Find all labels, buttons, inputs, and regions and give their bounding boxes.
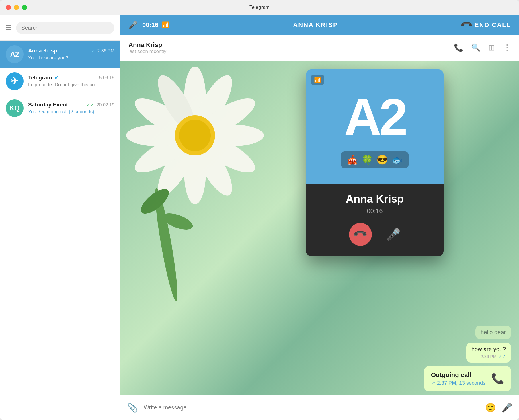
contact-status: last seen recently	[128, 49, 454, 55]
titlebar: Telegram	[0, 0, 519, 15]
call-contact-name: ANNA KRISP	[293, 21, 338, 29]
end-call-label: END CALL	[475, 21, 511, 29]
app-body: ☰ A2 Anna Krisp ✓ 2:36 PM	[0, 15, 519, 420]
end-call-phone-icon: 📞	[460, 18, 473, 32]
chat-info: Anna Krisp ✓ 2:36 PM You: how are you?	[28, 48, 114, 61]
chat-name: Anna Krisp	[28, 48, 57, 54]
chat-preview: You: Outgoing call (2 seconds)	[28, 109, 114, 115]
mic-icon: 🎤	[128, 21, 138, 30]
call-actions: 📞 🎤	[314, 223, 436, 246]
emoji-3: 😎	[376, 154, 388, 165]
app-title: Telegram	[249, 5, 270, 10]
close-button[interactable]	[6, 5, 11, 10]
chat-item-anna-krisp[interactable]: A2 Anna Krisp ✓ 2:36 PM You: how are you…	[0, 41, 120, 68]
end-call-button[interactable]: 📞 END CALL	[462, 20, 511, 30]
call-overlay-top: 📶 A2 🎪 🍀 😎 🐟	[306, 69, 444, 184]
emoji-4: 🐟	[391, 154, 403, 165]
contact-info: Anna Krisp last seen recently	[128, 41, 454, 55]
chat-name-row: Telegram ✔ 5.03.19	[28, 75, 114, 81]
chat-item-telegram[interactable]: ✈ Telegram ✔ 5.03.19 Login code: Do not …	[0, 68, 120, 95]
message-input-bar: 📎 🙂 🎤	[120, 395, 519, 420]
phone-icon[interactable]: 📞	[454, 43, 463, 52]
avatar: A2	[6, 45, 24, 63]
mute-button[interactable]: 🎤	[386, 228, 401, 241]
chat-info: Saturday Event ✓✓ 20.02.19 You: Outgoing…	[28, 102, 114, 115]
message-input[interactable]	[144, 404, 479, 411]
maximize-button[interactable]	[22, 5, 27, 10]
svg-point-14	[179, 120, 211, 151]
call-phone-icon: 📞	[491, 373, 504, 385]
chat-name-row: Anna Krisp ✓ 2:36 PM	[28, 48, 114, 54]
chat-header: Anna Krisp last seen recently 📞 🔍 ⊞ ⋮	[120, 35, 519, 61]
call-overlay-duration: 00:16	[367, 207, 383, 215]
call-detail: ↗ 2:37 PM, 13 seconds	[431, 380, 485, 386]
header-actions: 📞 🔍 ⊞ ⋮	[454, 43, 511, 52]
call-overlay-card: 📶 A2 🎪 🍀 😎 🐟 Anna Krisp 00:16	[306, 69, 444, 256]
chat-info: Telegram ✔ 5.03.19 Login code: Do not gi…	[28, 75, 114, 88]
emoji-row: 🎪 🍀 😎 🐟	[341, 151, 409, 168]
checkmark-icon: ✓	[91, 48, 95, 53]
end-call-circle-icon: 📞	[352, 226, 368, 242]
call-overlay-bottom: Anna Krisp 00:16 📞 🎤	[306, 184, 444, 256]
emoji-1: 🎪	[347, 154, 358, 165]
end-call-circle-button[interactable]: 📞	[349, 223, 372, 246]
outgoing-call-bubble: Outgoing call ↗ 2:37 PM, 13 seconds 📞	[424, 366, 511, 391]
search-wrap[interactable]	[16, 22, 114, 34]
message-time: 2:36 PM	[481, 354, 497, 359]
call-title: Outgoing call	[431, 371, 485, 379]
message-text: how are you?	[471, 346, 506, 352]
call-avatar-initials: A2	[344, 91, 405, 143]
traffic-lights	[6, 5, 27, 10]
emoji-icon[interactable]: 🙂	[485, 402, 496, 413]
chat-time: 5.03.19	[99, 75, 114, 80]
chat-item-saturday-event[interactable]: KQ Saturday Event ✓✓ 20.02.19 You: Outgo…	[0, 95, 120, 122]
sidebar: ☰ A2 Anna Krisp ✓ 2:36 PM	[0, 15, 120, 420]
menu-icon[interactable]: ☰	[6, 24, 11, 32]
minimize-button[interactable]	[14, 5, 19, 10]
svg-point-15	[137, 185, 173, 218]
mic-input-icon[interactable]: 🎤	[502, 402, 512, 413]
chat-name: Telegram ✔	[28, 75, 59, 81]
call-duration: 00:16	[142, 21, 158, 29]
call-info: Outgoing call ↗ 2:37 PM, 13 seconds	[431, 371, 485, 386]
attach-icon[interactable]: 📎	[127, 402, 138, 413]
main-chat: 🎤 00:16 📶 ANNA KRISP 📞 END CALL Anna Kri…	[120, 15, 519, 420]
chat-time: ✓ 2:36 PM	[91, 48, 114, 54]
search-icon[interactable]: 🔍	[471, 43, 480, 52]
message-meta: 2:36 PM ✓✓	[471, 354, 506, 359]
chat-time: ✓✓ 20.02.19	[87, 102, 114, 108]
more-icon[interactable]: ⋮	[503, 43, 511, 52]
checkmarks-icon: ✓✓	[87, 102, 94, 107]
avatar: KQ	[6, 99, 24, 117]
chat-name: Saturday Event	[28, 102, 68, 108]
chat-background: hello dear how are you? 2:36 PM ✓✓ Outg	[120, 61, 519, 420]
chat-preview: You: how are you?	[28, 55, 114, 61]
checkmarks-icon: ✓✓	[498, 354, 506, 359]
search-input[interactable]	[21, 25, 109, 31]
sidebar-header: ☰	[0, 15, 120, 41]
chat-preview: Login code: Do not give this co...	[28, 82, 114, 88]
app-window: Telegram ☰ A2 Anna Krisp ✓	[0, 0, 519, 420]
chat-name-row: Saturday Event ✓✓ 20.02.19	[28, 102, 114, 108]
message-bubble: hello dear	[475, 326, 511, 339]
columns-icon[interactable]: ⊞	[488, 43, 495, 52]
message-text: hello dear	[481, 329, 506, 335]
call-overlay-contact-name: Anna Krisp	[346, 193, 404, 205]
signal-bars-icon: 📶	[311, 75, 324, 85]
emoji-2: 🍀	[362, 154, 373, 165]
signal-icon: 📶	[162, 21, 169, 29]
verified-icon: ✔	[54, 75, 59, 81]
avatar: ✈	[6, 72, 24, 90]
contact-name: Anna Krisp	[128, 41, 454, 49]
message-bubble: how are you? 2:36 PM ✓✓	[466, 343, 511, 363]
call-banner: 🎤 00:16 📶 ANNA KRISP 📞 END CALL	[120, 15, 519, 35]
chat-list: A2 Anna Krisp ✓ 2:36 PM You: how are you…	[0, 41, 120, 420]
